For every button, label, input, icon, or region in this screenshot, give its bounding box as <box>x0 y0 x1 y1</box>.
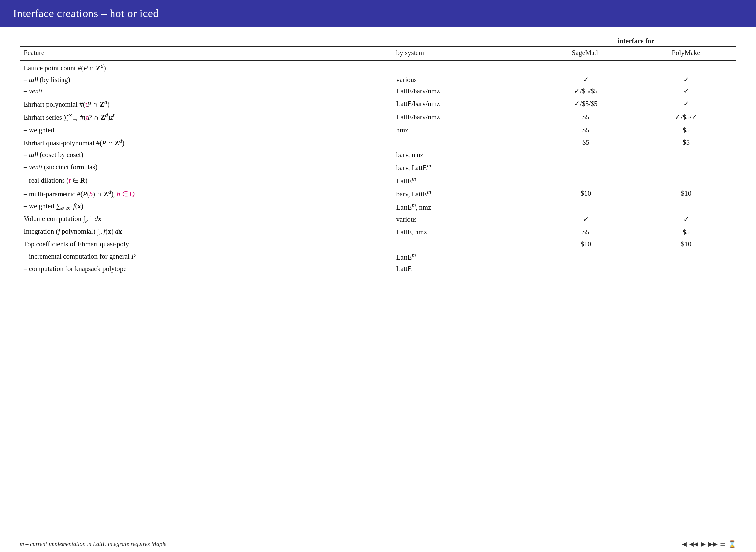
interface-for-label: interface for <box>536 37 736 46</box>
feature-cell: – multi-parametric #(P(b) ∩ Zd), b ∈ Q <box>20 187 393 200</box>
sage-cell: $5 <box>536 136 636 149</box>
polymake-cell <box>636 263 736 275</box>
sage-cell: $5 <box>536 226 636 238</box>
feature-cell: Top coefficients of Ehrhart quasi-poly <box>20 239 393 250</box>
sage-cell: $10 <box>536 187 636 200</box>
bysystem-cell <box>393 239 536 250</box>
feature-table: interface for Feature by system SageMath… <box>20 37 736 275</box>
polymake-cell: $5 <box>636 226 736 238</box>
polymake-cell <box>636 250 736 263</box>
bysystem-cell: LattE, nmz <box>393 226 536 238</box>
table-row: – incremental computation for general PL… <box>20 250 736 263</box>
feature-cell: Integration (f polynomial) ∫P f(x) dx <box>20 226 393 238</box>
table-row: – weighted ∑tP∩Zd f(x)LattEm, nmz <box>20 200 736 213</box>
feature-cell: – weighted ∑tP∩Zd f(x) <box>20 200 393 213</box>
table-row: Integration (f polynomial) ∫P f(x) dxLat… <box>20 226 736 238</box>
polymake-cell: ✓ <box>636 86 736 97</box>
nav-omega-icon: ⌛ <box>728 540 736 548</box>
nav-forward-icon[interactable]: ▶ <box>701 541 706 548</box>
table-row: Volume computation ∫P 1 dxvarious✓✓ <box>20 213 736 226</box>
sage-cell: ✓ <box>536 213 636 226</box>
table-row: – weightednmz$5$5 <box>20 124 736 136</box>
sage-cell <box>536 160 636 174</box>
polymake-cell <box>636 200 736 213</box>
feature-cell: – weighted <box>20 124 393 136</box>
feature-cell: Ehrhart polynomial #(tP ∩ Zd) <box>20 97 393 110</box>
nav-back-fast-icon[interactable]: ◀◀ <box>689 541 699 548</box>
footer-note: m – current implementation in LattE inte… <box>20 541 166 548</box>
table-row: – tall (by listing)various✓✓ <box>20 74 736 86</box>
table-row: – venti (succinct formulas)barv, LattEm <box>20 160 736 174</box>
table-row: Top coefficients of Ehrhart quasi-poly$1… <box>20 239 736 250</box>
feature-cell: Ehrhart series ∑∞t=0 #(tP ∩ Zd)zt <box>20 110 393 124</box>
sage-cell: $5 <box>536 124 636 136</box>
empty-bysystem-header <box>393 37 536 46</box>
footer-navigation[interactable]: ◀ ◀◀ ▶ ▶▶ ☰ ⌛ <box>682 540 736 548</box>
bysystem-cell: LattEm, nmz <box>393 200 536 213</box>
table-row: Ehrhart polynomial #(tP ∩ Zd)LattE/barv/… <box>20 97 736 110</box>
feature-cell: Volume computation ∫P 1 dx <box>20 213 393 226</box>
slide-footer: m – current implementation in LattE inte… <box>0 537 756 552</box>
feature-cell: – tall (coset by coset) <box>20 149 393 160</box>
sage-cell: $10 <box>536 239 636 250</box>
bysystem-cell: LattE <box>393 263 536 275</box>
feature-cell: – venti <box>20 86 393 97</box>
sage-cell <box>536 149 636 160</box>
polymake-cell: ✓/$5/✓ <box>636 110 736 124</box>
column-headers-row: Feature by system SageMath PolyMake <box>20 46 736 60</box>
bysystem-col-header: by system <box>393 46 536 60</box>
interface-for-row: interface for <box>20 37 736 46</box>
sagemath-col-header: SageMath <box>536 46 636 60</box>
feature-cell: – computation for knapsack polytope <box>20 263 393 275</box>
polymake-cell: $5 <box>636 124 736 136</box>
table-row: – computation for knapsack polytopeLattE <box>20 263 736 275</box>
polymake-cell <box>636 160 736 174</box>
nav-forward-fast-icon[interactable]: ▶▶ <box>708 541 718 548</box>
sage-cell <box>536 60 636 74</box>
table-row: – tall (coset by coset)barv, nmz <box>20 149 736 160</box>
bysystem-cell: LattE/barv/nmz <box>393 97 536 110</box>
bysystem-cell: nmz <box>393 124 536 136</box>
slide-title: Interface creations – hot or iced <box>13 7 159 19</box>
feature-cell: – real dilations (t ∈ R) <box>20 174 393 187</box>
polymake-cell <box>636 149 736 160</box>
polymake-cell: $10 <box>636 187 736 200</box>
table-row: Ehrhart series ∑∞t=0 #(tP ∩ Zd)ztLattE/b… <box>20 110 736 124</box>
polymake-cell: $10 <box>636 239 736 250</box>
polymake-cell: ✓ <box>636 213 736 226</box>
polymake-cell <box>636 174 736 187</box>
slide-header: Interface creations – hot or iced <box>0 0 756 27</box>
sage-cell: ✓/$5/$5 <box>536 97 636 110</box>
feature-col-header: Feature <box>20 46 393 60</box>
sage-cell: ✓/$5/$5 <box>536 86 636 97</box>
sage-cell: ✓ <box>536 74 636 86</box>
sage-cell <box>536 263 636 275</box>
bysystem-cell: barv, nmz <box>393 149 536 160</box>
top-divider <box>20 33 736 34</box>
bysystem-cell: barv, LattEm <box>393 160 536 174</box>
bysystem-cell: LattEm <box>393 174 536 187</box>
feature-cell: – tall (by listing) <box>20 74 393 86</box>
sage-cell <box>536 174 636 187</box>
slide-content: interface for Feature by system SageMath… <box>0 27 756 537</box>
empty-feature-header <box>20 37 393 46</box>
bysystem-cell: barv, LattEm <box>393 187 536 200</box>
feature-cell: Lattice point count #(P ∩ Zd) <box>20 60 393 74</box>
nav-back-icon[interactable]: ◀ <box>682 541 687 548</box>
bysystem-cell: LattEm <box>393 250 536 263</box>
feature-cell: – venti (succinct formulas) <box>20 160 393 174</box>
bysystem-cell: various <box>393 74 536 86</box>
table-row: Ehrhart quasi-polynomial #(P ∩ Zd)$5$5 <box>20 136 736 149</box>
table-row: – multi-parametric #(P(b) ∩ Zd), b ∈ Qba… <box>20 187 736 200</box>
feature-cell: Ehrhart quasi-polynomial #(P ∩ Zd) <box>20 136 393 149</box>
polymake-cell: $5 <box>636 136 736 149</box>
bysystem-cell: various <box>393 213 536 226</box>
table-row: – real dilations (t ∈ R)LattEm <box>20 174 736 187</box>
bysystem-cell: LattE/barv/nmz <box>393 86 536 97</box>
polymake-col-header: PolyMake <box>636 46 736 60</box>
feature-cell: – incremental computation for general P <box>20 250 393 263</box>
nav-menu-icon[interactable]: ☰ <box>720 541 725 548</box>
bysystem-cell <box>393 136 536 149</box>
bysystem-cell: LattE/barv/nmz <box>393 110 536 124</box>
sage-cell <box>536 250 636 263</box>
